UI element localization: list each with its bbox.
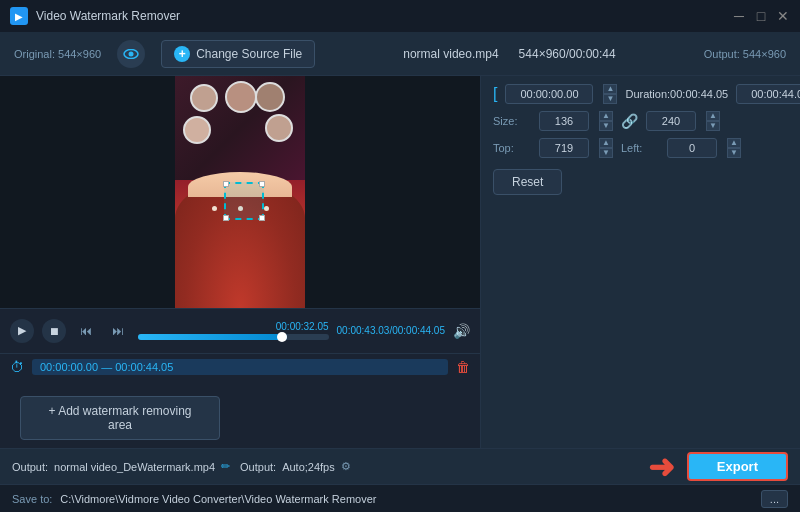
bottom-bar: Output: normal video_DeWatermark.mp4 ✏ O… <box>0 448 800 484</box>
output-settings-section: Output: Auto;24fps ⚙ <box>240 460 351 473</box>
add-area-section: + Add watermark removing area <box>0 380 480 448</box>
save-to-label: Save to: <box>12 493 52 505</box>
playback-controls: ▶ ⏹ ⏮ ⏭ 00:00:32.05 00:00:43.03/00:00:44… <box>0 308 480 353</box>
duration-label: Duration:00:00:44.05 <box>625 88 728 100</box>
progress-bar-fill <box>138 334 287 340</box>
title-bar: ▶ Video Watermark Remover ─ □ ✕ <box>0 0 800 32</box>
height-spinners: ▲ ▼ <box>706 111 720 131</box>
start-time-spinners: ▲ ▼ <box>603 84 617 104</box>
photo-circle-1 <box>190 84 218 112</box>
width-input[interactable] <box>539 111 589 131</box>
total-time-label: 00:00:43.03/00:00:44.05 <box>337 325 445 336</box>
change-source-button[interactable]: + Change Source File <box>161 40 315 68</box>
prev-frame-button[interactable]: ⏮ <box>74 319 98 343</box>
settings-gear-icon[interactable]: ⚙ <box>341 460 351 473</box>
top-down[interactable]: ▼ <box>599 148 613 158</box>
time-range-row: [ ▲ ▼ Duration:00:00:44.05 ▲ ▼ ] <box>493 84 788 104</box>
size-label: Size: <box>493 115 531 127</box>
minimize-button[interactable]: ─ <box>732 9 746 23</box>
reset-button[interactable]: Reset <box>493 169 562 195</box>
file-info: normal video.mp4 544×960/00:00:44 <box>331 47 688 61</box>
stop-button[interactable]: ⏹ <box>42 319 66 343</box>
link-icon: 🔗 <box>621 113 638 129</box>
output-settings-label: Output: <box>240 461 276 473</box>
red-arrow-indicator: ➜ <box>648 448 675 486</box>
app-title: Video Watermark Remover <box>36 9 180 23</box>
start-time-down[interactable]: ▼ <box>603 94 617 104</box>
middle-section: ▶ ⏹ ⏮ ⏭ 00:00:32.05 00:00:43.03/00:00:44… <box>0 76 800 448</box>
maximize-button[interactable]: □ <box>754 9 768 23</box>
video-container <box>0 76 480 308</box>
play-button[interactable]: ▶ <box>10 319 34 343</box>
progress-thumb[interactable] <box>277 332 287 342</box>
photo-circle-2 <box>225 81 257 113</box>
video-frame <box>175 76 305 308</box>
edit-filename-icon[interactable]: ✏ <box>221 460 230 473</box>
close-button[interactable]: ✕ <box>776 9 790 23</box>
delete-segment-button[interactable]: 🗑 <box>456 359 470 375</box>
segment-icon: ⏱ <box>10 359 24 375</box>
resize-handle-tr[interactable] <box>259 181 265 187</box>
watermark-selection-box[interactable] <box>224 182 264 220</box>
start-time-input[interactable] <box>505 84 593 104</box>
svg-point-1 <box>129 51 134 56</box>
top-label: Top: <box>493 142 531 154</box>
width-spinners: ▲ ▼ <box>599 111 613 131</box>
next-frame-button[interactable]: ⏭ <box>106 319 130 343</box>
window-controls: ─ □ ✕ <box>732 9 790 23</box>
output-dimensions-label: Output: 544×960 <box>704 48 786 60</box>
photo-circle-5 <box>265 114 293 142</box>
photo-circle-3 <box>255 82 285 112</box>
title-bar-left: ▶ Video Watermark Remover <box>10 7 180 25</box>
eye-button[interactable] <box>117 40 145 68</box>
progress-bar-track[interactable] <box>138 334 329 340</box>
right-panel: [ ▲ ▼ Duration:00:00:44.05 ▲ ▼ ] <box>480 76 800 448</box>
reset-row: Reset <box>493 165 788 195</box>
progress-area: 00:00:32.05 <box>138 321 329 340</box>
file-dimension: 544×960/00:00:44 <box>519 47 616 61</box>
resize-handle-tl[interactable] <box>223 181 229 187</box>
output-label: Output: <box>12 461 48 473</box>
width-up[interactable]: ▲ <box>599 111 613 121</box>
original-dimensions-label: Original: 544×960 <box>14 48 101 60</box>
position-row: Top: ▲ ▼ Left: ▲ ▼ <box>493 138 788 158</box>
left-up[interactable]: ▲ <box>727 138 741 148</box>
plus-icon: + <box>174 46 190 62</box>
right-panel-content: [ ▲ ▼ Duration:00:00:44.05 ▲ ▼ ] <box>481 76 800 448</box>
left-bracket: [ <box>493 85 497 103</box>
height-up[interactable]: ▲ <box>706 111 720 121</box>
end-time-input[interactable] <box>736 84 800 104</box>
left-spinners: ▲ ▼ <box>727 138 741 158</box>
top-bar: Original: 544×960 + Change Source File n… <box>0 32 800 76</box>
photo-circle-4 <box>183 116 211 144</box>
top-spinners: ▲ ▼ <box>599 138 613 158</box>
save-path-text: C:\Vidmore\Vidmore Video Converter\Video… <box>60 493 752 505</box>
export-area: ➜ Export <box>648 448 788 486</box>
top-up[interactable]: ▲ <box>599 138 613 148</box>
app-window: ▶ Video Watermark Remover ─ □ ✕ Original… <box>0 0 800 512</box>
file-name: normal video.mp4 <box>403 47 498 61</box>
browse-button[interactable]: ... <box>761 490 788 508</box>
height-input[interactable] <box>646 111 696 131</box>
current-time-label: 00:00:32.05 <box>138 321 329 332</box>
output-section: Output: normal video_DeWatermark.mp4 ✏ <box>12 460 230 473</box>
segment-range-label: 00:00:00.00 — 00:00:44.05 <box>32 359 448 375</box>
start-time-up[interactable]: ▲ <box>603 84 617 94</box>
add-watermark-area-button[interactable]: + Add watermark removing area <box>20 396 220 440</box>
app-icon: ▶ <box>10 7 28 25</box>
resize-handle-bl[interactable] <box>223 215 229 221</box>
width-down[interactable]: ▼ <box>599 121 613 131</box>
volume-button[interactable]: 🔊 <box>453 323 470 339</box>
export-button[interactable]: Export <box>687 452 788 481</box>
save-bar: Save to: C:\Vidmore\Vidmore Video Conver… <box>0 484 800 512</box>
left-input[interactable] <box>667 138 717 158</box>
left-label: Left: <box>621 142 659 154</box>
left-down[interactable]: ▼ <box>727 148 741 158</box>
resize-handle-br[interactable] <box>259 215 265 221</box>
height-down[interactable]: ▼ <box>706 121 720 131</box>
top-input[interactable] <box>539 138 589 158</box>
output-filename-text: normal video_DeWatermark.mp4 <box>54 461 215 473</box>
left-panel: ▶ ⏹ ⏮ ⏭ 00:00:32.05 00:00:43.03/00:00:44… <box>0 76 480 448</box>
size-row: Size: ▲ ▼ 🔗 ▲ ▼ <box>493 111 788 131</box>
output-format-text: Auto;24fps <box>282 461 335 473</box>
